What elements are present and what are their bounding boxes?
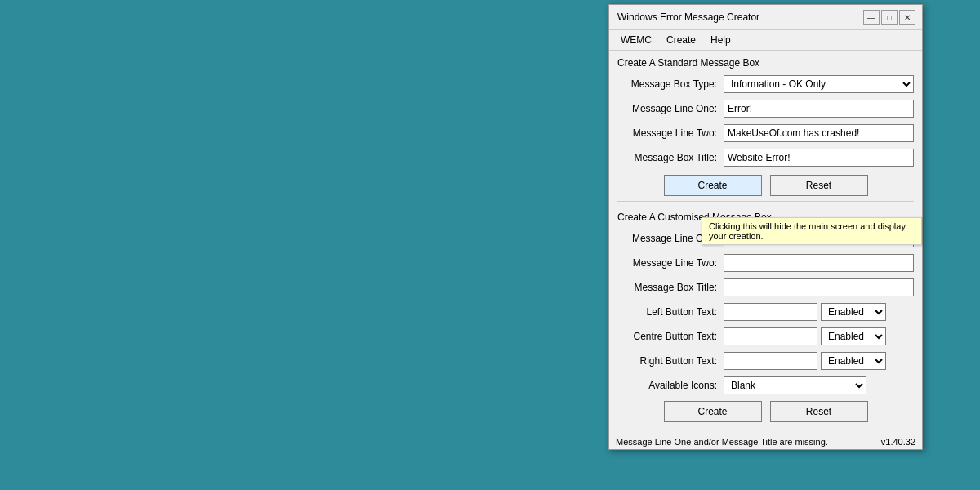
standard-section: Create A Standard Message Box Message Bo… [617,57,914,196]
centre-button-text-input[interactable] [724,327,817,345]
status-bar: Message Line One and/or Message Title ar… [609,434,922,449]
section-divider [617,201,914,202]
centre-button-text-label: Centre Button Text: [617,331,724,342]
right-button-text-label: Right Button Text: [617,355,724,367]
right-button-state-select[interactable]: Enabled Disabled [821,352,886,370]
cust-message-box-title-label: Message Box Title: [617,282,724,293]
std-message-box-title-input[interactable] [724,149,914,167]
status-message: Message Line One and/or Message Title ar… [616,437,828,447]
std-message-line-one-label: Message Line One: [617,103,724,114]
version-label: v1.40.32 [881,437,915,447]
message-box-type-row: Message Box Type: Information - OK Only … [617,75,914,93]
available-icons-row: Available Icons: Blank Information Warni… [617,376,914,394]
message-box-type-select[interactable]: Information - OK Only Warning - OK Only … [724,75,914,93]
minimize-button[interactable]: — [863,10,880,24]
right-button-controls: Enabled Disabled [724,352,886,370]
std-message-line-two-row: Message Line Two: [617,124,914,142]
window-title: Windows Error Message Creator [617,11,760,23]
main-content: Create A Standard Message Box Message Bo… [609,51,922,434]
left-button-state-select[interactable]: Enabled Disabled [821,303,886,321]
std-message-box-title-row: Message Box Title: [617,149,914,167]
menu-create[interactable]: Create [660,32,702,48]
std-button-row: Create Reset [617,175,914,196]
std-create-button[interactable]: Create [664,175,762,196]
std-message-line-one-row: Message Line One: [617,100,914,118]
std-message-line-two-input[interactable] [724,124,914,142]
std-reset-button[interactable]: Reset [770,175,868,196]
left-button-row: Left Button Text: Enabled Disabled [617,303,914,321]
std-message-box-title-label: Message Box Title: [617,152,724,163]
cust-message-line-two-input[interactable] [724,254,914,272]
cust-button-row: Create Reset [617,401,914,422]
available-icons-label: Available Icons: [617,380,724,391]
centre-button-state-select[interactable]: Enabled Disabled [821,327,886,345]
maximize-button[interactable]: □ [881,10,898,24]
create-tooltip: Clicking this will hide the main screen … [702,217,922,245]
right-button-row: Right Button Text: Enabled Disabled [617,352,914,370]
std-message-line-one-input[interactable] [724,100,914,118]
cust-message-box-title-row: Message Box Title: [617,278,914,296]
title-bar: Windows Error Message Creator — □ ✕ [609,5,922,30]
std-message-line-two-label: Message Line Two: [617,127,724,139]
close-button[interactable]: ✕ [899,10,915,24]
menu-wemc[interactable]: WEMC [614,32,658,48]
available-icons-select[interactable]: Blank Information Warning Error Question [724,376,866,394]
menu-bar: WEMC Create Help [609,30,922,51]
window: Windows Error Message Creator — □ ✕ WEMC… [608,4,923,450]
centre-button-row: Centre Button Text: Enabled Disabled [617,327,914,345]
left-button-controls: Enabled Disabled [724,303,886,321]
standard-section-title: Create A Standard Message Box [617,57,914,69]
left-button-text-input[interactable] [724,303,817,321]
cust-message-box-title-input[interactable] [724,278,914,296]
message-box-type-label: Message Box Type: [617,78,724,90]
cust-message-line-two-label: Message Line Two: [617,257,724,269]
menu-help[interactable]: Help [704,32,737,48]
desktop: Windows Error Message Creator — □ ✕ WEMC… [0,0,980,490]
left-button-text-label: Left Button Text: [617,306,724,318]
right-button-text-input[interactable] [724,352,817,370]
cust-create-button[interactable]: Create [664,401,762,422]
centre-button-controls: Enabled Disabled [724,327,886,345]
cust-message-line-two-row: Message Line Two: [617,254,914,272]
title-bar-controls: — □ ✕ [863,10,915,24]
cust-reset-button[interactable]: Reset [770,401,868,422]
